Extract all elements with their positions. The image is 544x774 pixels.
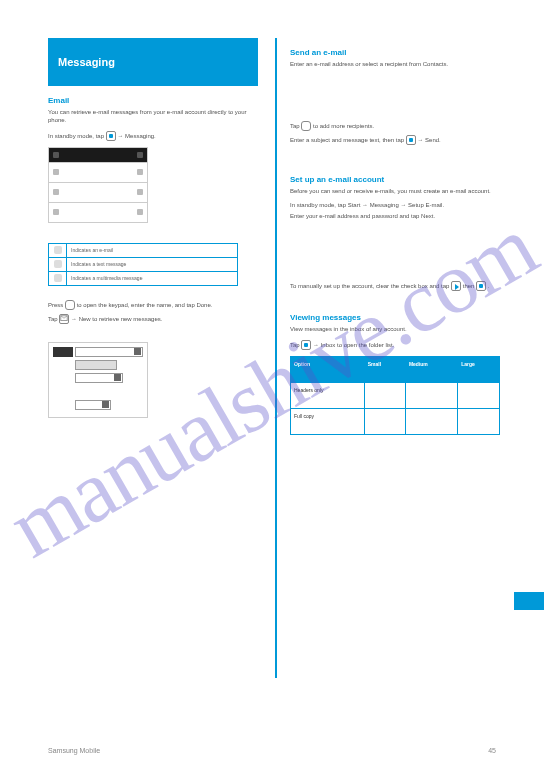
r-step-2-post: to add more recipients. [313, 122, 374, 128]
cell [364, 408, 405, 434]
add-icon [301, 121, 311, 131]
step-1-post: → Messaging. [117, 132, 155, 138]
next-icon [451, 281, 461, 291]
mms-icon [54, 274, 62, 282]
th-small: Small [364, 356, 405, 382]
menu-icon [59, 314, 69, 324]
step-2a: Press to open the keypad, enter the name… [48, 300, 258, 310]
setup-step-2: Enter your e-mail address and password a… [290, 213, 500, 221]
phone-screenshot-messaging [48, 147, 148, 223]
phone-status-bar [49, 148, 147, 162]
step-2a-pre: Press [48, 301, 65, 307]
setup-step-3: To manually set up the account, clear th… [290, 281, 500, 291]
view-intro: View messages in the inbox of any accoun… [290, 326, 500, 334]
r-step-1: Enter an e-mail address or select a reci… [290, 61, 500, 69]
cell [405, 382, 457, 408]
step-1: In standby mode, tap → Messaging. [48, 131, 258, 141]
r-step-2-pre: Tap [290, 122, 301, 128]
view-step-1-pre: Tap [290, 342, 301, 348]
key-icon [65, 300, 75, 310]
th-medium: Medium [405, 356, 457, 382]
dropdown-icon [102, 401, 109, 408]
setup-step-3-c: . [488, 283, 490, 289]
r-step-3-post: → Send. [417, 136, 440, 142]
page-footer: Samsung Mobile 45 [0, 747, 544, 754]
cell [458, 382, 500, 408]
cell: Headers only [291, 382, 365, 408]
th-large: Large [458, 356, 500, 382]
footer-brand: Samsung Mobile [48, 747, 100, 754]
column-divider [275, 38, 277, 678]
r-step-2: Tap to add more recipients. [290, 121, 500, 131]
setup-step-3-a: To manually set up the account, clear th… [290, 283, 451, 289]
step-1-pre: In standby mode, tap [48, 132, 104, 138]
field-label-to [53, 347, 73, 357]
send-icon [406, 135, 416, 145]
start-icon [106, 131, 116, 141]
r-step-3-pre: Enter a subject and message text, then t… [290, 136, 406, 142]
cell [405, 408, 457, 434]
field-subject [75, 373, 123, 383]
heading-setup: Set up an e-mail account [290, 175, 500, 184]
inbox-icon [301, 340, 311, 350]
cell: Full copy [291, 408, 365, 434]
intro-text: You can retrieve e-mail messages from yo… [48, 109, 258, 125]
view-step-1: Tap → Inbox to open the folder list. [290, 340, 500, 350]
email-icon [54, 246, 62, 254]
step-2b-pre: Tap [48, 315, 59, 321]
setup-intro: Before you can send or receive e-mails, … [290, 188, 500, 196]
sms-icon [54, 260, 62, 268]
th-option: Option [291, 356, 365, 382]
legend-1: Indicates an e-mail [67, 243, 238, 257]
section-banner: Messaging [48, 38, 258, 86]
dropdown-icon [114, 374, 121, 381]
view-step-1-post: → Inbox to open the folder list. [313, 342, 394, 348]
legend-2: Indicates a text message [67, 257, 238, 271]
setup-step-3-b: then [463, 283, 476, 289]
step-2a-post: to open the keypad, enter the name, and … [77, 301, 213, 307]
left-column: Messaging Email You can retrieve e-mail … [48, 38, 258, 424]
cell [458, 408, 500, 434]
table-row: Headers only [291, 382, 500, 408]
heading-send-email: Send an e-mail [290, 48, 500, 57]
cell [364, 382, 405, 408]
download-options-table: Option Small Medium Large Headers only F… [290, 356, 500, 435]
icon-legend-table: Indicates an e-mail Indicates a text mes… [48, 243, 238, 286]
field-to [75, 347, 143, 357]
heading-email: Email [48, 96, 258, 105]
step-2b: Tap → New to retrieve new messages. [48, 314, 258, 324]
heading-view: Viewing messages [290, 313, 500, 322]
step-2b-post: → New to retrieve new messages. [71, 315, 162, 321]
phone-row-2 [49, 182, 147, 202]
phone-screenshot-compose [48, 342, 148, 418]
setup-step-1: In standby mode, tap Start → Messaging →… [290, 202, 500, 210]
right-column: Send an e-mail Enter an e-mail address o… [290, 38, 500, 435]
field-cc [75, 360, 117, 370]
chapter-tab [514, 592, 544, 610]
phone-row-3 [49, 202, 147, 222]
ok-icon [476, 281, 486, 291]
dropdown-icon [134, 348, 141, 355]
field-body [75, 400, 111, 410]
r-step-3: Enter a subject and message text, then t… [290, 135, 500, 145]
page-number: 45 [488, 747, 496, 754]
phone-row-1 [49, 162, 147, 182]
table-row: Full copy [291, 408, 500, 434]
legend-3: Indicates a multimedia message [67, 271, 238, 285]
